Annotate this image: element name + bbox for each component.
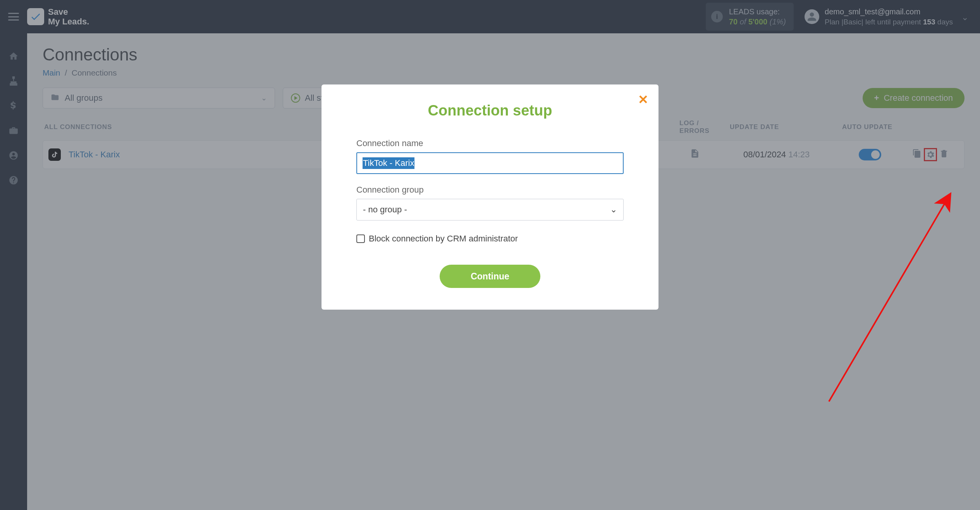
connection-name-input[interactable]: TikTok - Karix bbox=[356, 152, 624, 174]
block-connection-label: Block connection by CRM administrator bbox=[369, 234, 518, 244]
modal-overlay[interactable]: ✕ Connection setup Connection name TikTo… bbox=[0, 0, 980, 510]
modal-title: Connection setup bbox=[356, 102, 624, 119]
checkbox-icon bbox=[356, 234, 365, 243]
connection-group-label: Connection group bbox=[356, 185, 624, 195]
connection-group-value: - no group - bbox=[363, 205, 407, 215]
chevron-down-icon: ⌄ bbox=[610, 205, 617, 215]
connection-name-label: Connection name bbox=[356, 138, 624, 148]
block-connection-checkbox[interactable]: Block connection by CRM administrator bbox=[356, 234, 624, 244]
continue-button[interactable]: Continue bbox=[440, 265, 540, 288]
close-button[interactable]: ✕ bbox=[638, 92, 648, 107]
connection-name-value: TikTok - Karix bbox=[363, 157, 414, 169]
connection-group-select[interactable]: - no group - ⌄ bbox=[356, 199, 624, 221]
connection-setup-modal: ✕ Connection setup Connection name TikTo… bbox=[322, 84, 658, 310]
